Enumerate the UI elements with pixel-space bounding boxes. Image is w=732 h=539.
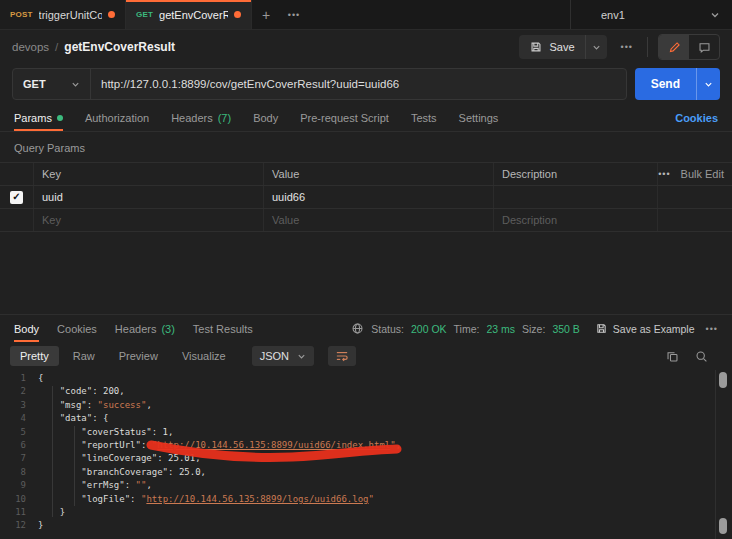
code-line: 5 "coverStatus": 1,: [0, 426, 732, 439]
tab-tests[interactable]: Tests: [411, 104, 437, 131]
response-tabs-row: Body Cookies Headers (3) Test Results St…: [0, 315, 732, 342]
tab-label: Headers: [115, 323, 157, 335]
send-button[interactable]: Send: [635, 68, 696, 100]
param-key-placeholder[interactable]: Key: [34, 209, 264, 231]
edit-comment-toggle: [658, 34, 720, 60]
tab-headers[interactable]: Headers (7): [171, 104, 231, 131]
code-text: ,: [146, 400, 151, 410]
comments-button[interactable]: [689, 35, 719, 59]
code-text: ": [369, 494, 374, 504]
tab-body[interactable]: Body: [253, 104, 278, 131]
param-actions-cell: [658, 186, 732, 208]
breadcrumb-request-name[interactable]: getEnvCoverResult: [64, 40, 175, 54]
line-number: 2: [0, 385, 38, 398]
save-button-label: Save: [549, 41, 574, 53]
time-value: 23 ms: [486, 323, 515, 335]
code-text: "msg":: [38, 400, 98, 410]
code-text: "code": 200,: [38, 386, 125, 396]
response-tab-test-results[interactable]: Test Results: [193, 315, 253, 342]
bulk-edit-button[interactable]: Bulk Edit: [681, 168, 724, 180]
scrollbar-track[interactable]: [715, 370, 716, 539]
header-actions: Save •••: [519, 34, 720, 60]
method-dropdown[interactable]: GET: [13, 69, 91, 99]
url-send-row: GET http://127.0.0.1:8899/cov/getEnvCove…: [0, 64, 732, 104]
code-line: 4 "data": {: [0, 412, 732, 425]
new-tab-button[interactable]: +: [252, 0, 280, 29]
response-url-link[interactable]: http://10.144.56.135:8899/logs/uuid66.lo…: [146, 494, 368, 504]
tab-pre-request-script[interactable]: Pre-request Script: [300, 104, 389, 131]
table-header-row: Key Value Description ••• Bulk Edit: [0, 163, 732, 186]
code-text: }: [38, 520, 43, 530]
tab-settings[interactable]: Settings: [459, 104, 499, 131]
wrap-text-icon: [335, 350, 349, 362]
ellipsis-icon: •••: [621, 42, 633, 52]
request-tab-getEnvCoverResult[interactable]: GET getEnvCoverResult: [126, 0, 252, 29]
tab-label: Tests: [411, 112, 437, 124]
send-options-button[interactable]: [696, 68, 720, 100]
pencil-icon: [668, 41, 681, 54]
chevron-down-icon: [592, 43, 601, 52]
copy-icon[interactable]: [666, 350, 679, 363]
code-line: 3 "msg": "success",: [0, 399, 732, 412]
view-mode-pretty[interactable]: Pretty: [10, 346, 59, 366]
tab-options-button[interactable]: •••: [280, 0, 308, 29]
row-checkbox[interactable]: ✓: [10, 191, 23, 204]
param-value-cell[interactable]: uuid66: [264, 186, 494, 208]
scrollbar-thumb[interactable]: [719, 372, 727, 388]
format-dropdown[interactable]: JSON: [252, 346, 314, 366]
param-value-placeholder[interactable]: Value: [264, 209, 494, 231]
tab-params[interactable]: Params: [14, 104, 63, 131]
request-more-actions-button[interactable]: •••: [617, 38, 637, 56]
line-number: 12: [0, 519, 38, 532]
response-tab-body[interactable]: Body: [14, 315, 39, 342]
save-options-button[interactable]: [585, 35, 607, 59]
view-mode-raw[interactable]: Raw: [63, 346, 105, 366]
response-tab-cookies[interactable]: Cookies: [57, 315, 97, 342]
param-key-cell[interactable]: uuid: [34, 186, 264, 208]
table-header-actions: ••• Bulk Edit: [658, 163, 732, 185]
url-field: GET http://127.0.0.1:8899/cov/getEnvCove…: [12, 68, 627, 100]
line-number: 3: [0, 399, 38, 412]
response-view-tools: [666, 350, 722, 363]
environment-selector[interactable]: env1: [570, 0, 732, 29]
param-description-placeholder[interactable]: Description: [494, 209, 658, 231]
query-params-panel: Query Params Key Value Description ••• B…: [0, 132, 732, 314]
query-params-title: Query Params: [0, 140, 732, 162]
response-body-viewer[interactable]: 1{2 "code": 200,3 "msg": "success",4 "da…: [0, 370, 732, 539]
view-mode-visualize[interactable]: Visualize: [172, 346, 236, 366]
chevron-down-icon: [704, 80, 713, 89]
search-icon[interactable]: [695, 350, 708, 363]
chevron-down-icon: [297, 352, 306, 361]
code-lines: 1{2 "code": 200,3 "msg": "success",4 "da…: [0, 372, 732, 533]
row-checkbox-cell: ✓: [0, 186, 34, 208]
breadcrumb-folder[interactable]: devops: [12, 41, 49, 53]
response-more-button[interactable]: •••: [706, 324, 718, 334]
response-tab-headers[interactable]: Headers (3): [115, 315, 175, 342]
edit-mode-button[interactable]: [659, 35, 689, 59]
request-tab-triggerUnitCover[interactable]: POST triggerUnitCover: [0, 0, 126, 29]
scrollbar-thumb[interactable]: [719, 518, 727, 534]
url-input[interactable]: http://127.0.0.1:8899/cov/getEnvCoverRes…: [91, 78, 626, 90]
line-number: 1: [0, 372, 38, 385]
method-selected: GET: [23, 78, 46, 90]
breadcrumb-separator: /: [55, 41, 58, 53]
wrap-lines-toggle[interactable]: [328, 346, 356, 366]
tab-authorization[interactable]: Authorization: [85, 104, 149, 131]
tab-strip-spacer: [308, 0, 570, 29]
ellipsis-icon: •••: [288, 10, 300, 20]
params-more-button[interactable]: •••: [658, 169, 670, 179]
time-label: Time:: [454, 323, 480, 335]
cookies-link[interactable]: Cookies: [675, 112, 718, 124]
response-url-link[interactable]: http://10.144.56.135:8899/uuid66/index.h…: [157, 440, 390, 450]
view-mode-preview[interactable]: Preview: [109, 346, 168, 366]
tab-label: Test Results: [193, 323, 253, 335]
save-as-example-button[interactable]: Save as Example: [595, 322, 695, 335]
code-text: {: [38, 373, 43, 383]
code-text: ,: [146, 480, 151, 490]
code-text: "data": {: [38, 413, 108, 423]
save-icon: [529, 40, 543, 54]
param-description-cell[interactable]: [494, 186, 658, 208]
save-button[interactable]: Save: [519, 35, 584, 59]
code-text: "branchCoverage": 25.0,: [38, 467, 206, 477]
code-text: "success": [98, 400, 147, 410]
